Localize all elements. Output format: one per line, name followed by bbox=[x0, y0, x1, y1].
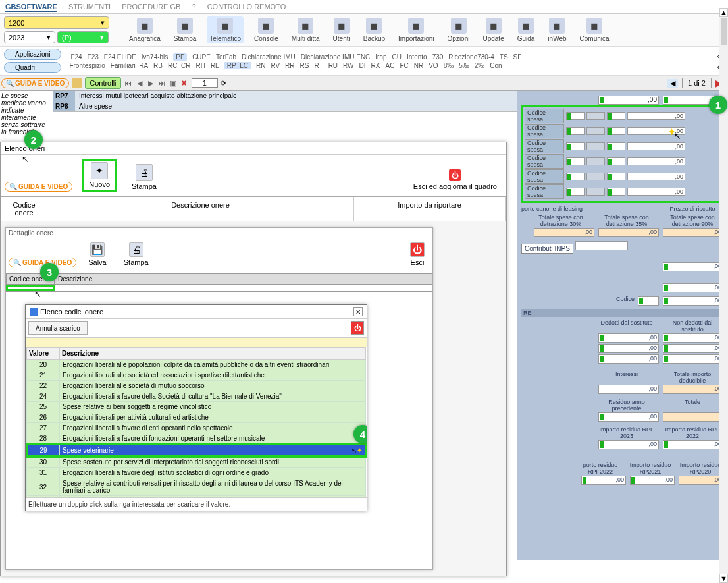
salva-button[interactable]: 💾Salva bbox=[83, 241, 112, 267]
codice-row-26[interactable]: 26Erogazioni liberali per attività cultu… bbox=[27, 412, 366, 423]
doctab-dichiarazione imu enc[interactable]: Dichiarazione IMU ENC bbox=[301, 53, 371, 61]
field[interactable]: ,00 bbox=[598, 440, 659, 449]
field[interactable]: ,00 bbox=[663, 440, 723, 449]
close-update-button[interactable]: ⏻ Esci ed aggiorna il quadro bbox=[408, 168, 502, 192]
doctab-730[interactable]: 730 bbox=[432, 53, 444, 61]
contributi-inps[interactable]: Contributi INPS bbox=[521, 244, 573, 254]
scroll-thumb[interactable] bbox=[721, 18, 727, 45]
ribbon-inweb[interactable]: ◼inWeb bbox=[545, 16, 569, 43]
ribbon-opzioni[interactable]: ◼Opzioni bbox=[445, 16, 473, 43]
subtab-rr[interactable]: RR bbox=[285, 62, 294, 69]
codice-row-22[interactable]: 22Erogazioni liberali alle società di mu… bbox=[27, 381, 366, 391]
ribbon-console[interactable]: ◼Console bbox=[251, 16, 281, 43]
codice-row-32[interactable]: 32Spese relative ai contributi versati p… bbox=[27, 478, 366, 496]
ribbon-backup[interactable]: ◼Backup bbox=[361, 16, 388, 43]
menu-help[interactable]: ? bbox=[192, 3, 195, 11]
subtab-8‰[interactable]: 8‰ bbox=[444, 62, 454, 69]
last-icon[interactable]: ⏭ bbox=[157, 79, 167, 87]
field[interactable]: ,00 bbox=[598, 412, 659, 422]
field[interactable]: ,00 bbox=[598, 228, 659, 237]
combo-code[interactable]: 1200▾ bbox=[4, 16, 109, 29]
subtab-rp_lc[interactable]: RP_LC bbox=[224, 62, 251, 69]
subtab-2‰[interactable]: 2‰ bbox=[475, 62, 485, 69]
controlli-button[interactable]: Controlli bbox=[85, 77, 120, 89]
field[interactable]: ,00 bbox=[679, 476, 723, 485]
menu-strumenti[interactable]: STRUMENTI bbox=[68, 3, 111, 11]
subtab-rb[interactable]: RB bbox=[153, 62, 163, 69]
book-icon[interactable] bbox=[72, 78, 82, 88]
ribbon-update[interactable]: ◼Update bbox=[480, 16, 506, 43]
doctab-pf[interactable]: PF bbox=[173, 53, 187, 61]
stampa-dett-button[interactable]: 🖨Stampa bbox=[118, 241, 154, 267]
field[interactable]: ,00 bbox=[581, 476, 626, 485]
subtab-5‰[interactable]: 5‰ bbox=[459, 62, 469, 69]
field[interactable] bbox=[575, 241, 628, 250]
field[interactable]: ,00 bbox=[663, 354, 723, 364]
scroll-up-icon[interactable]: ▲ bbox=[719, 8, 728, 17]
doctab-iva74-bis[interactable]: Iva74-bis bbox=[142, 53, 169, 61]
page-input[interactable]: 1 bbox=[192, 78, 218, 88]
subtab-di[interactable]: DI bbox=[359, 62, 366, 69]
doctab-f23[interactable]: F23 bbox=[88, 53, 99, 61]
ribbon-comunica[interactable]: ◼Comunica bbox=[577, 16, 612, 43]
field[interactable]: ,00 bbox=[663, 333, 723, 343]
field[interactable] bbox=[663, 412, 723, 422]
menu-procedure[interactable]: PROCEDURE GB bbox=[122, 3, 180, 11]
subtab-con[interactable]: Con bbox=[490, 62, 502, 69]
first-icon[interactable]: ⏮ bbox=[124, 79, 133, 87]
stop-icon[interactable]: ⏻ bbox=[351, 321, 364, 335]
field[interactable]: ,00 bbox=[534, 228, 594, 237]
field[interactable]: ,00 bbox=[663, 296, 723, 306]
codice-row-27[interactable]: 27Erogazioni liberali a favore di enti o… bbox=[27, 423, 366, 433]
refresh-icon[interactable]: ⟳ bbox=[221, 79, 226, 88]
codice-row-24[interactable]: 24Erogazioni liberali a favore della Soc… bbox=[27, 391, 366, 402]
doctab-dichiarazione imu[interactable]: Dichiarazione IMU bbox=[242, 53, 296, 61]
guide-video-main[interactable]: 🔍GUIDA E VIDEO bbox=[1, 78, 69, 88]
row-rp7[interactable]: RP7Interessi mutui ipotecari acquisto ab… bbox=[53, 91, 517, 101]
delete-page-icon[interactable]: ✖ bbox=[180, 79, 189, 88]
codice-spesa-row[interactable]: Codice spesa,00 bbox=[525, 124, 721, 138]
subtab-ru[interactable]: RU bbox=[328, 62, 338, 69]
subtab-rw[interactable]: RW bbox=[343, 62, 353, 69]
field[interactable]: ,00 bbox=[663, 385, 723, 394]
subtab-rc_cr[interactable]: RC_CR bbox=[168, 62, 190, 69]
scroll-down-icon[interactable]: ▼ bbox=[719, 574, 728, 583]
codice-row-25[interactable]: 25Spese relative ai beni soggetti a regi… bbox=[27, 402, 366, 412]
subtab-rh[interactable]: RH bbox=[195, 62, 205, 69]
field[interactable]: ,00 bbox=[663, 283, 723, 292]
row-rp8[interactable]: RP8Altre spese bbox=[53, 101, 517, 112]
popup-scroll[interactable]: Valore Descrizione 20Erogazioni liberali… bbox=[26, 347, 367, 497]
subtab-ac[interactable]: AC bbox=[385, 62, 394, 69]
codice-row-28[interactable]: 28Erogazioni liberali a favore di fondaz… bbox=[27, 433, 366, 445]
doctab-cupe[interactable]: CUPE bbox=[192, 53, 211, 61]
descrizione-input[interactable] bbox=[55, 285, 432, 291]
doctab-ricezione730-4[interactable]: Ricezione730-4 bbox=[448, 53, 494, 61]
field[interactable]: ,00 bbox=[630, 476, 675, 485]
guide-video-oneri[interactable]: 🔍GUIDA E VIDEO bbox=[5, 182, 72, 192]
subtab-nr[interactable]: NR bbox=[414, 62, 423, 69]
subtab-fc[interactable]: FC bbox=[400, 62, 408, 69]
subtab-rl[interactable]: RL bbox=[211, 62, 219, 69]
subtab-rv[interactable]: RV bbox=[271, 62, 280, 69]
doctab-terfab[interactable]: TerFab bbox=[216, 53, 236, 61]
new-page-icon[interactable]: ▣ bbox=[169, 79, 178, 88]
doctab-cu[interactable]: CU bbox=[392, 53, 402, 61]
next-icon[interactable]: ▶ bbox=[146, 79, 155, 88]
codice-spesa-row[interactable]: Codice spesa,00 bbox=[525, 169, 721, 184]
ribbon-importazioni[interactable]: ◼Importazioni bbox=[396, 16, 436, 43]
codice-row-20[interactable]: 20Erogazioni liberali alle popolazioni c… bbox=[27, 360, 366, 370]
subtab-vo[interactable]: VO bbox=[429, 62, 438, 69]
codice-spesa-row[interactable]: Codice spesa,00 bbox=[525, 139, 721, 153]
prev-icon[interactable]: ◀ bbox=[135, 79, 144, 88]
ribbon-guida[interactable]: ◼Guida bbox=[515, 16, 538, 43]
ribbon-stampa[interactable]: ◼Stampa bbox=[171, 16, 199, 43]
doctab-ts[interactable]: TS bbox=[500, 53, 508, 61]
field[interactable]: ,00 bbox=[663, 228, 723, 237]
col-valore[interactable]: Valore bbox=[27, 348, 60, 360]
field[interactable]: ,00 bbox=[598, 333, 659, 343]
field[interactable]: ,00 bbox=[663, 344, 723, 353]
nuovo-button[interactable]: 2 ✦ ↖ Nuovo bbox=[82, 159, 117, 192]
codice-row-29[interactable]: 29Spese veterinarie✦↖ bbox=[27, 445, 366, 457]
stampa-button[interactable]: 🖨 Stampa bbox=[126, 163, 162, 192]
ribbon-telematico[interactable]: ◼Telematico bbox=[207, 16, 244, 43]
